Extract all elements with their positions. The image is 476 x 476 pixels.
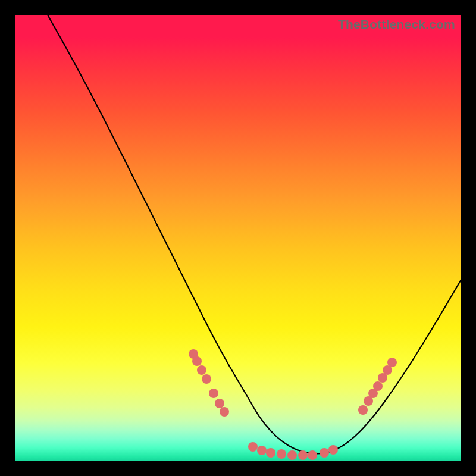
- marker-dot: [257, 446, 267, 455]
- marker-dot: [197, 365, 206, 375]
- chart-frame: TheBottleneck.com: [0, 0, 476, 476]
- marker-dot: [202, 374, 211, 384]
- chart-svg: [15, 15, 461, 461]
- marker-dot: [215, 399, 224, 408]
- marker-dot: [209, 389, 218, 398]
- marker-dot: [220, 407, 229, 416]
- curve-line: [48, 15, 461, 453]
- marker-dot: [387, 358, 397, 367]
- marker-dot: [277, 449, 286, 459]
- marker-dot: [248, 442, 258, 452]
- marker-dot: [373, 381, 383, 391]
- marker-dot: [298, 450, 308, 460]
- marker-dot: [328, 445, 338, 455]
- plot-area: TheBottleneck.com: [15, 15, 461, 461]
- marker-dot: [320, 448, 329, 458]
- marker-group: [189, 349, 397, 460]
- marker-dot: [192, 356, 202, 366]
- marker-dot: [287, 450, 297, 460]
- marker-dot: [358, 405, 368, 415]
- marker-dot: [266, 448, 275, 458]
- marker-dot: [308, 450, 317, 460]
